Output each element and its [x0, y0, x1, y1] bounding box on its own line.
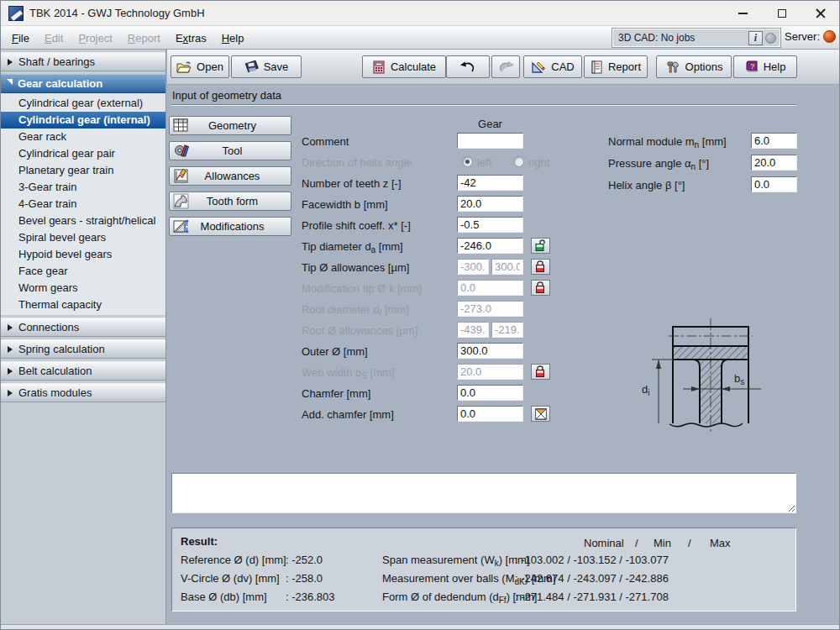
sidebar-item-thermal-capacity[interactable]: Thermal capacity	[1, 297, 165, 313]
normal-module-input[interactable]	[751, 133, 797, 149]
sidebar-item-gear-rack[interactable]: Gear rack	[1, 129, 165, 145]
chevron-expanded-icon	[7, 79, 13, 88]
helix-angle-label: Helix angle β [°]	[608, 179, 685, 192]
helix-right-radio[interactable]	[513, 156, 524, 167]
tip-allowances-lock-button[interactable]	[531, 259, 550, 275]
tip-allowance-max-input	[491, 259, 523, 275]
window-title: TBK 2014 - GWJ Technology GmbH	[29, 7, 205, 19]
maximize-button[interactable]	[763, 1, 801, 26]
result-dedendum-values: : -271.484 / -271.931 / -271.708	[515, 591, 669, 603]
tip-diameter-input[interactable]	[457, 238, 523, 254]
result-reference-label: Reference Ø (d) [mm]	[181, 554, 286, 566]
cad-button[interactable]: CAD	[523, 55, 582, 78]
sidebar-item-cylindrical-gear-internal[interactable]: Cylindrical gear (internal)	[1, 112, 165, 129]
tooth-form-icon	[173, 193, 189, 209]
sidebar-item-bevel-gears[interactable]: Bevel gears - straight/helical	[1, 213, 165, 229]
geometry-button[interactable]: Geometry	[169, 116, 291, 135]
modification-tip-lock-button[interactable]	[531, 280, 550, 296]
report-button[interactable]: Report	[584, 55, 648, 78]
sidebar-item-cylindrical-gear-external[interactable]: Cylindrical gear (external)	[1, 95, 165, 112]
chevron-right-icon	[8, 346, 13, 353]
tip-diameter-lock-button[interactable]	[531, 238, 550, 254]
facewidth-input[interactable]	[457, 196, 523, 212]
allowances-button[interactable]: Allowances	[169, 166, 291, 186]
result-header-sep: /	[688, 537, 691, 549]
sidebar-item-planetary-gear-train[interactable]: Planetary gear train	[1, 162, 165, 179]
calculate-button[interactable]: Calculate	[362, 55, 446, 78]
help-book-icon: ?	[745, 60, 759, 74]
sidebar-item-spiral-bevel-gears[interactable]: Spiral bevel gears	[1, 229, 165, 246]
gear-column-header: Gear	[457, 118, 523, 130]
menu-extras[interactable]: Extras	[168, 32, 214, 45]
redo-button	[491, 55, 520, 78]
sidebar-section-spring-calculation[interactable]: Spring calculation	[1, 339, 165, 359]
chamfer-input[interactable]	[457, 385, 523, 401]
server-led-icon	[823, 30, 836, 43]
add-chamfer-label: Add. chamfer [mm]	[302, 408, 394, 421]
root-allowance-min-input	[457, 322, 489, 338]
web-width-input	[457, 364, 523, 380]
teeth-input[interactable]	[457, 175, 523, 191]
report-icon	[591, 60, 603, 74]
outer-diameter-input[interactable]	[457, 343, 523, 359]
sidebar-item-hypoid-bevel-gears[interactable]: Hypoid bevel gears	[1, 246, 165, 263]
tip-allowance-min-input	[457, 259, 489, 275]
section-title: Input of geometry data	[172, 89, 281, 102]
sidebar-item-4-gear-train[interactable]: 4-Gear train	[1, 196, 165, 213]
pressure-angle-input[interactable]	[751, 155, 797, 171]
menu-file[interactable]: File	[4, 32, 37, 45]
root-diameter-label: Root diameter df [mm]	[302, 303, 409, 318]
result-span-label: Span measurement (Wk) [mm]	[382, 554, 530, 568]
chevron-right-icon	[8, 59, 13, 66]
info-button[interactable]: i	[748, 31, 763, 45]
chamfer-label: Chamfer [mm]	[302, 387, 370, 400]
tool-button[interactable]: Tool	[169, 141, 291, 160]
diagram-bs-label: b	[734, 372, 740, 385]
app-logo-icon	[8, 6, 24, 21]
options-button[interactable]: Options	[656, 55, 732, 78]
menu-project: Project	[71, 32, 119, 45]
titlebar: TBK 2014 - GWJ Technology GmbH	[1, 1, 839, 26]
add-chamfer-input[interactable]	[457, 406, 523, 422]
divider	[171, 104, 796, 106]
sidebar-section-belt-calculation[interactable]: Belt calculation	[1, 361, 165, 381]
result-base-value: : -236.803	[286, 591, 335, 603]
minimize-button[interactable]	[724, 1, 762, 26]
cad-status-text: 3D CAD: No jobs	[613, 32, 748, 44]
sidebar-section-gear-calculation[interactable]: Gear calculation	[1, 74, 165, 93]
close-button[interactable]	[801, 1, 839, 26]
sidebar-section-gratis-modules[interactable]: Gratis modules	[1, 383, 165, 402]
diagram-di-label: d	[642, 383, 648, 396]
web-width-lock-button[interactable]	[531, 364, 550, 380]
profile-shift-input[interactable]	[457, 217, 523, 233]
comment-input[interactable]	[457, 133, 523, 149]
add-chamfer-option-button[interactable]	[531, 406, 550, 422]
toolbar: Open Save Calculate CAD Report Options	[167, 50, 840, 85]
result-reference-value: : -252.0	[286, 554, 323, 566]
help-button[interactable]: ? Help	[733, 55, 797, 78]
helix-left-radio[interactable]	[462, 156, 473, 167]
modifications-button[interactable]: Modifications	[169, 217, 291, 236]
sidebar-section-shaft-bearings[interactable]: Shaft / bearings	[1, 52, 165, 71]
menu-help[interactable]: Help	[214, 32, 252, 45]
undo-button[interactable]	[446, 55, 490, 78]
result-vcircle-value: : -258.0	[286, 572, 323, 585]
sidebar-section-connections[interactable]: Connections	[1, 318, 165, 337]
open-icon	[176, 60, 192, 74]
closed-lock-icon	[535, 365, 546, 378]
tooth-form-button[interactable]: Tooth form	[169, 192, 291, 211]
open-button[interactable]: Open	[171, 55, 229, 78]
sidebar-item-3-gear-train[interactable]: 3-Gear train	[1, 179, 165, 196]
radio-dot-icon	[465, 160, 470, 164]
save-button[interactable]: Save	[231, 55, 302, 78]
sidebar-item-cylindrical-gear-pair[interactable]: Cylindrical gear pair	[1, 145, 165, 162]
sidebar-item-worm-gears[interactable]: Worm gears	[1, 280, 165, 297]
helix-angle-input[interactable]	[751, 176, 797, 192]
helix-direction-label: Direction of helix angle	[302, 156, 412, 169]
sidebar-item-face-gear[interactable]: Face gear	[1, 263, 165, 280]
message-box[interactable]	[171, 473, 796, 513]
cad-status-box: 3D CAD: No jobs i	[612, 29, 780, 47]
result-header-min: Min	[654, 537, 671, 549]
svg-text:?: ?	[750, 62, 755, 71]
chevron-right-icon	[8, 390, 13, 396]
